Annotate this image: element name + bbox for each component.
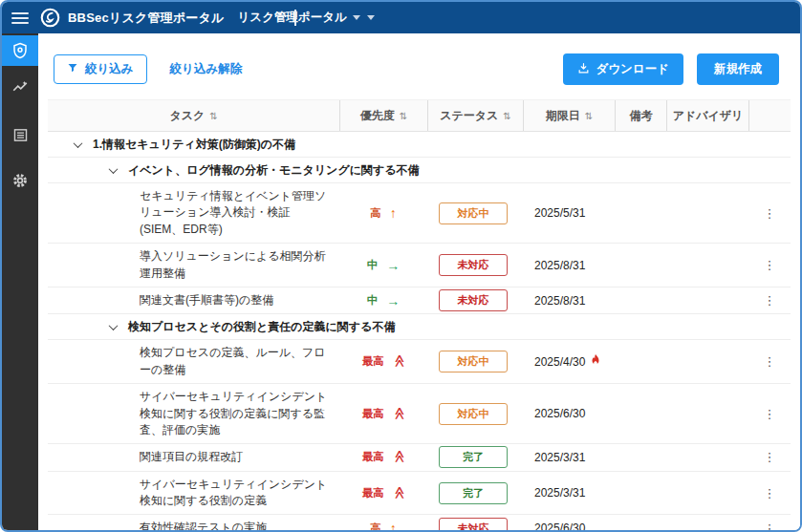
due-date-cell: 2025/6/30 <box>523 407 615 420</box>
task-name: サイバーセキュリティインシデント検知に関する役割の定義 <box>48 472 339 515</box>
kebab-menu-icon[interactable]: ⋮ <box>758 485 782 501</box>
hamburger-menu-icon[interactable] <box>11 12 29 24</box>
status-badge: 対応中 <box>439 202 508 224</box>
table-row[interactable]: サイバーセキュリティインシデント検知に関する役割の定義最高≫完了2025/3/3… <box>48 472 791 516</box>
column-header <box>748 100 791 131</box>
task-name: 有効性確認テストの実施 <box>48 515 339 530</box>
sort-icon[interactable]: ⇅ <box>585 111 593 121</box>
text-cursor <box>294 10 296 26</box>
priority-label: 中 <box>367 258 379 272</box>
due-date: 2025/6/30 <box>534 407 585 420</box>
funnel-icon <box>67 62 78 76</box>
kebab-menu-icon[interactable]: ⋮ <box>758 521 782 530</box>
filter-button[interactable]: 絞り込み <box>54 54 147 84</box>
due-date: 2025/8/31 <box>534 259 585 272</box>
column-header[interactable]: タスク⇅ <box>48 100 339 131</box>
task-name: サイバーセキュリティインシデント検知に関する役割の定義に関する監査、評価の実施 <box>48 384 339 443</box>
create-new-button-label: 新規作成 <box>714 61 762 77</box>
task-table: タスク⇅優先度⇅ステータス⇅期限日⇅備考アドバイザリ 1.情報セキュリティ対策(… <box>48 99 791 530</box>
actions-cell: ⋮ <box>748 406 791 422</box>
kebab-menu-icon[interactable]: ⋮ <box>758 205 782 222</box>
chevron-down-icon[interactable] <box>109 164 119 174</box>
sidebar-item-analytics[interactable] <box>2 72 38 102</box>
column-header[interactable]: 優先度⇅ <box>339 100 427 131</box>
actions-cell: ⋮ <box>748 257 791 273</box>
sidebar-item-reports[interactable] <box>2 119 38 150</box>
sidebar-nav <box>2 33 38 530</box>
priority-label: 最高 <box>362 407 384 421</box>
task-name: 関連文書(手順書等)の整備 <box>48 287 339 313</box>
top-navbar: BBSecリスク管理ポータル リスク管理ポータル <box>2 2 800 33</box>
actions-cell: ⋮ <box>748 205 791 222</box>
status-cell: 未対応 <box>427 289 523 311</box>
due-date-cell: 2025/4/30 <box>523 353 615 370</box>
priority-arrow-icon: ≫ <box>392 355 404 368</box>
priority-arrow-icon: ↑ <box>390 206 397 220</box>
due-date-cell: 2025/8/31 <box>523 294 615 308</box>
bbsec-logo-icon <box>40 8 60 28</box>
due-date-cell: 2025/8/31 <box>523 259 615 272</box>
kebab-menu-icon[interactable]: ⋮ <box>758 353 782 370</box>
app-title: BBSecリスク管理ポータル <box>68 10 225 27</box>
column-header[interactable]: ステータス⇅ <box>427 100 523 131</box>
kebab-menu-icon[interactable]: ⋮ <box>758 449 782 465</box>
status-badge: 完了 <box>439 482 508 504</box>
due-date-cell: 2025/3/31 <box>523 451 615 464</box>
chart-icon <box>11 78 29 96</box>
table-row[interactable]: 有効性確認テストの実施高↑未対応2025/6/30⋮ <box>48 515 791 530</box>
sidebar-item-risk[interactable] <box>2 35 38 66</box>
status-cell: 完了 <box>427 482 523 504</box>
kebab-menu-icon[interactable]: ⋮ <box>758 406 782 422</box>
create-new-button[interactable]: 新規作成 <box>697 53 779 85</box>
status-cell: 対応中 <box>427 202 523 224</box>
download-button[interactable]: ダウンロード <box>563 53 683 85</box>
due-date: 2025/4/30 <box>534 355 585 369</box>
table-body: 1.情報セキュリティ対策(防御策)の不備イベント、ログ情報の分析・モニタリングに… <box>48 132 791 530</box>
priority-label: 最高 <box>362 486 384 500</box>
table-header-row: タスク⇅優先度⇅ステータス⇅期限日⇅備考アドバイザリ <box>48 99 791 132</box>
table-row[interactable]: 関連文書(手順書等)の整備中→未対応2025/8/31⋮ <box>48 287 791 314</box>
sort-icon[interactable]: ⇅ <box>209 111 217 121</box>
task-name: 検知プロセスの定義、ルール、フローの整備 <box>48 340 339 383</box>
group-row[interactable]: 1.情報セキュリティ対策(防御策)の不備 <box>48 132 791 158</box>
table-row[interactable]: サイバーセキュリティインシデント検知に関する役割の定義に関する監査、評価の実施最… <box>48 384 791 444</box>
table-row[interactable]: 関連項目の規程改訂最高≫完了2025/3/31⋮ <box>48 444 791 471</box>
chevron-down-icon[interactable] <box>109 321 119 330</box>
group-row-label: イベント、ログ情報の分析・モニタリングに関する不備 <box>128 162 420 179</box>
group-row[interactable]: 検知プロセスとその役割と責任の定義に関する不備 <box>48 314 791 340</box>
priority-label: 高 <box>370 521 381 530</box>
sidebar-item-settings[interactable] <box>2 165 38 196</box>
table-row[interactable]: 検知プロセスの定義、ルール、フローの整備最高≫対応中2025/4/30⋮ <box>48 340 791 384</box>
chevron-down-icon[interactable] <box>74 138 83 148</box>
due-date-cell: 2025/3/31 <box>523 486 615 500</box>
navbar-combobox[interactable] <box>289 2 379 33</box>
priority-label: 中 <box>367 293 379 308</box>
column-header-label: アドバイザリ <box>673 108 744 124</box>
table-row[interactable]: 導入ソリューションによる相関分析運用整備中→未対応2025/8/31⋮ <box>48 244 791 287</box>
clear-filter-link[interactable]: 絞り込み解除 <box>170 61 243 77</box>
group-row[interactable]: イベント、ログ情報の分析・モニタリングに関する不備 <box>48 158 791 183</box>
priority-arrow-icon: ↑ <box>390 521 397 530</box>
sort-icon[interactable]: ⇅ <box>400 111 407 121</box>
due-date: 2025/3/31 <box>534 451 585 464</box>
sort-icon[interactable]: ⇅ <box>503 111 510 121</box>
column-header-label: 優先度 <box>360 108 395 124</box>
list-icon <box>12 127 29 143</box>
kebab-menu-icon[interactable]: ⋮ <box>758 292 782 309</box>
priority-arrow-icon: ≫ <box>392 408 404 420</box>
kebab-menu-icon[interactable]: ⋮ <box>758 257 782 273</box>
task-name: セキュリティ情報とイベント管理ソリューション導入検討・検証(SIEM、EDR等) <box>48 183 339 243</box>
table-row[interactable]: セキュリティ情報とイベント管理ソリューション導入検討・検証(SIEM、EDR等)… <box>48 183 791 244</box>
task-name: 関連項目の規程改訂 <box>48 444 339 470</box>
column-header-label: 備考 <box>630 108 653 124</box>
due-date: 2025/5/31 <box>534 206 585 220</box>
due-date: 2025/3/31 <box>534 486 585 500</box>
priority-cell: 高↑ <box>339 521 427 530</box>
filter-button-label: 絞り込み <box>85 61 134 77</box>
priority-arrow-icon: ≫ <box>392 487 404 500</box>
priority-label: 最高 <box>362 354 384 369</box>
due-date-cell: 2025/6/30 <box>523 521 615 530</box>
column-header[interactable]: 期限日⇅ <box>523 100 615 131</box>
actions-cell: ⋮ <box>748 521 791 530</box>
due-date-cell: 2025/5/31 <box>523 206 615 220</box>
